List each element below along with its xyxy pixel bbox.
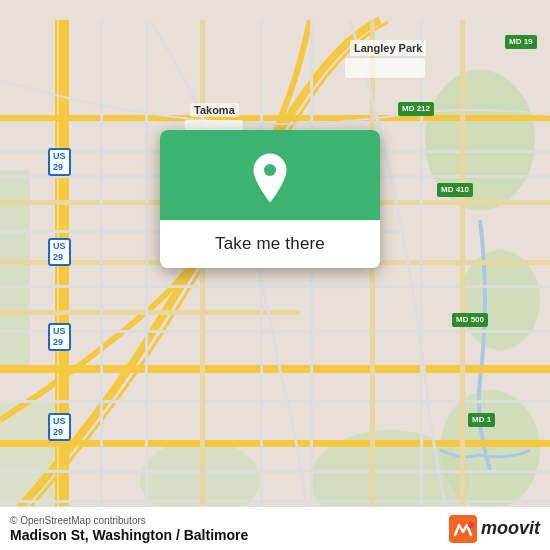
take-me-there-button[interactable]: Take me there <box>160 220 380 268</box>
road-badge-md19: MD 19 <box>505 35 537 49</box>
moovit-brand-icon <box>449 515 477 543</box>
svg-rect-14 <box>0 440 550 447</box>
svg-rect-22 <box>0 500 550 503</box>
svg-point-33 <box>264 164 276 176</box>
svg-rect-23 <box>100 20 103 530</box>
place-label-langley-park: Langley Park <box>350 40 426 56</box>
svg-rect-30 <box>460 20 465 530</box>
osm-attribution: © OpenStreetMap contributors <box>10 515 248 526</box>
moovit-text: moovit <box>481 518 540 539</box>
svg-rect-25 <box>200 20 205 530</box>
svg-rect-21 <box>0 470 550 473</box>
svg-rect-9 <box>0 115 550 121</box>
popup-card: Take me there <box>160 130 380 268</box>
road-badge-us29-2: US29 <box>48 238 71 266</box>
popup-green-area <box>160 130 380 220</box>
road-badge-us29-4: US29 <box>48 413 71 441</box>
svg-rect-18 <box>0 285 550 288</box>
road-badge-md212: MD 212 <box>398 102 434 116</box>
place-label-takoma: Takoma <box>190 103 239 117</box>
road-badge-md1: MD 1 <box>468 413 495 427</box>
svg-rect-13 <box>0 365 550 373</box>
svg-rect-31 <box>345 58 425 78</box>
map-svg <box>0 0 550 550</box>
svg-rect-24 <box>145 20 148 530</box>
svg-rect-19 <box>0 330 550 333</box>
location-pin-icon <box>248 152 292 204</box>
bottom-left: © OpenStreetMap contributors Madison St,… <box>10 515 248 543</box>
svg-rect-20 <box>0 400 550 403</box>
svg-rect-29 <box>420 20 423 530</box>
road-badge-md500: MD 500 <box>452 313 488 327</box>
road-badge-us29-1: US29 <box>48 148 71 176</box>
svg-rect-27 <box>310 20 313 530</box>
location-title: Madison St, Washington / Baltimore <box>10 527 248 543</box>
road-badge-md410: MD 410 <box>437 183 473 197</box>
svg-point-35 <box>468 522 474 528</box>
svg-rect-34 <box>449 515 477 543</box>
bottom-bar: © OpenStreetMap contributors Madison St,… <box>0 506 550 550</box>
road-badge-us29-3: US29 <box>48 323 71 351</box>
moovit-logo: moovit <box>449 515 540 543</box>
svg-rect-12 <box>0 310 300 315</box>
map-container: Langley Park Takoma US29 US29 US29 US29 … <box>0 0 550 550</box>
